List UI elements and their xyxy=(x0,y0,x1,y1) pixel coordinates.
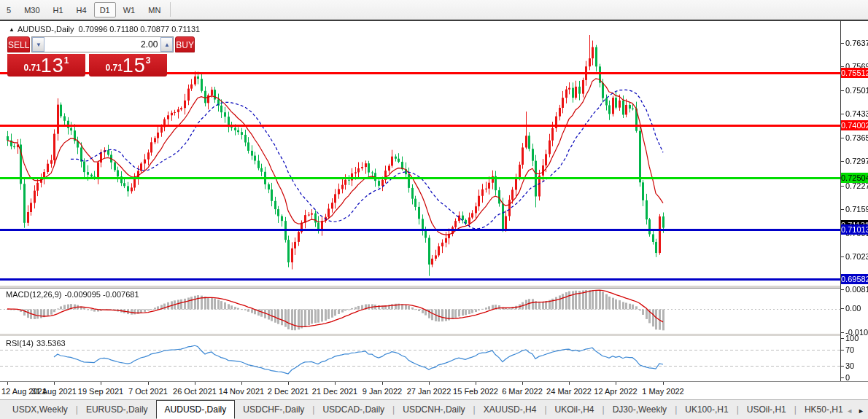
date-axis-label: 14 Nov 2021 xyxy=(219,387,264,396)
buy-price-prefix: 0.71 xyxy=(105,63,122,75)
tab-scroll-left-icon[interactable]: ◄ xyxy=(846,407,853,415)
timeframe-button-5[interactable]: 5 xyxy=(1,2,17,17)
chart-tab-usoil-h1[interactable]: USOil-,H1 xyxy=(739,402,794,419)
date-axis-tick xyxy=(148,382,149,385)
timeframe-button-m30[interactable]: M30 xyxy=(18,2,45,17)
chart-tab-usdchf-daily[interactable]: USDCHF-,Daily xyxy=(235,402,312,419)
buy-price-pips: 15 xyxy=(123,56,146,75)
chart-tab-audusd-daily[interactable]: AUDUSD-,Daily xyxy=(156,400,236,419)
chart-tab-uk100-h1[interactable]: UK100-,H1 xyxy=(677,402,736,419)
date-axis-tick xyxy=(54,382,55,385)
macd-axis-tick xyxy=(841,332,844,333)
chart-tab-usdx-weekly[interactable]: USDX,Weekly xyxy=(4,402,76,419)
volume-increase-button[interactable]: ▲ xyxy=(160,37,173,52)
price-axis-tick xyxy=(841,114,844,114)
price-axis-tick xyxy=(841,257,844,257)
date-axis-tick xyxy=(382,382,383,385)
price-axis-label: 0.75010 xyxy=(845,86,868,95)
date-axis-tick xyxy=(616,382,616,385)
level-price-badge: 0.72504 xyxy=(841,173,868,183)
date-axis-label: 31 Aug 2021 xyxy=(31,387,77,396)
price-axis-label: 0.73650 xyxy=(845,133,868,142)
price-axis-tick xyxy=(841,186,844,187)
date-axis-label: 19 Sep 2021 xyxy=(78,387,123,396)
macd-axis-tick xyxy=(841,308,844,309)
level-price-badge: 0.75512 xyxy=(841,68,868,78)
chart-tab-dj30-weekly[interactable]: DJ30-,Weekly xyxy=(605,402,675,419)
price-axis-tick xyxy=(841,90,844,91)
date-axis-label: 26 Oct 2021 xyxy=(173,387,217,396)
date-axis-tick xyxy=(288,382,289,385)
rsi-axis-tick xyxy=(841,350,844,351)
macd-label: MACD(12,26,9)-0.009095 -0.007681 xyxy=(6,290,142,299)
chart-window: ▲AUDUSD-,Daily0.70996 0.71180 0.70877 0.… xyxy=(0,20,868,399)
buy-button[interactable]: BUY xyxy=(175,36,195,52)
macd-axis-label: 0.00 xyxy=(845,304,861,313)
date-axis-tick xyxy=(101,382,101,385)
timeframe-button-mn[interactable]: MN xyxy=(142,2,166,17)
date-axis: 12 Aug 202131 Aug 202119 Sep 20217 Oct 2… xyxy=(0,381,868,401)
volume-decrease-button[interactable]: ▼ xyxy=(32,37,44,52)
macd-axis-tick xyxy=(841,289,844,290)
rsi-axis-tick xyxy=(841,366,844,367)
sell-price-pips: 13 xyxy=(41,56,64,75)
macd-axis-label: 0.00811 xyxy=(845,285,868,294)
chart-tab-usdcnh-daily[interactable]: USDCNH-,Daily xyxy=(395,402,473,419)
date-axis-label: 9 Jan 2022 xyxy=(363,387,402,396)
rsi-label: RSI(14)33.5363 xyxy=(6,339,69,348)
symbol-list-arrow-icon: ▲ xyxy=(9,26,15,33)
chart-tab-usdcad-daily[interactable]: USDCAD-,Daily xyxy=(314,402,392,419)
date-axis-label: 24 Mar 2022 xyxy=(546,387,592,396)
date-axis-label: 12 Apr 2022 xyxy=(594,387,637,396)
date-axis-label: 6 Mar 2022 xyxy=(502,387,543,396)
chart-symbol-label: AUDUSD-,Daily xyxy=(18,25,74,34)
chart-title: ▲AUDUSD-,Daily0.70996 0.71180 0.70877 0.… xyxy=(9,25,200,34)
rsi-axis-label: 100 xyxy=(845,334,859,342)
chart-ohlc-values: 0.70996 0.71180 0.70877 0.71131 xyxy=(79,25,201,34)
volume-stepper: ▼ ▲ xyxy=(31,36,174,52)
timeframe-button-d1[interactable]: D1 xyxy=(94,2,116,17)
date-axis-tick xyxy=(569,382,570,385)
date-axis-label: 2 Dec 2021 xyxy=(268,387,309,396)
price-axis-label: 0.76370 xyxy=(845,39,868,47)
price-axis-tick xyxy=(841,43,844,44)
date-axis-tick xyxy=(195,382,195,385)
price-axis-label: 0.71590 xyxy=(845,205,868,214)
sell-price-point: 1 xyxy=(64,55,69,75)
timeframe-button-h4[interactable]: H4 xyxy=(71,2,93,17)
timeframe-button-h1[interactable]: H1 xyxy=(47,2,69,17)
timeframe-toolbar: 5M30H1H4D1W1MN xyxy=(0,0,868,20)
date-axis-label: 27 Jan 2022 xyxy=(407,387,452,396)
toolbar-separator xyxy=(170,2,171,17)
rsi-indicator-canvas[interactable] xyxy=(0,336,840,382)
level-price-badge: 0.69582 xyxy=(841,274,868,284)
chart-tab-hk50-h1[interactable]: HK50-,H1 xyxy=(797,402,851,419)
sell-price-display[interactable]: 0.71 13 1 xyxy=(7,53,85,77)
chart-tab-eurusd-daily[interactable]: EURUSD-,Daily xyxy=(78,402,156,419)
date-axis-tick xyxy=(476,382,476,385)
date-axis-tick xyxy=(335,382,336,385)
date-axis-tick xyxy=(241,382,242,385)
date-axis-label: 1 May 2022 xyxy=(642,387,683,396)
price-axis-label: 0.74330 xyxy=(845,109,868,118)
date-axis-tick xyxy=(429,382,430,385)
price-axis-tick xyxy=(841,66,844,67)
chart-tab-xauusd-h4[interactable]: XAUUSD-,H4 xyxy=(476,402,545,419)
timeframe-button-w1[interactable]: W1 xyxy=(117,2,142,17)
tab-scroll-right-icon[interactable]: ► xyxy=(858,407,864,415)
chart-tab-ukoil-h4[interactable]: UKOil-,H4 xyxy=(547,402,602,419)
sell-button[interactable]: SELL xyxy=(7,36,30,52)
date-axis-tick xyxy=(522,382,523,385)
date-axis-label: 21 Dec 2021 xyxy=(312,387,357,396)
rsi-axis-tick xyxy=(841,338,844,339)
one-click-trading-widget: SELL ▼ ▲ BUY 0.71 13 1 0.71 15 3 xyxy=(7,36,167,77)
tab-scroll-arrows: ◄► xyxy=(846,407,864,415)
date-axis-label: 7 Oct 2021 xyxy=(128,387,168,396)
buy-price-display[interactable]: 0.71 15 3 xyxy=(89,53,167,77)
date-axis-tick xyxy=(663,382,664,385)
level-price-badge: 0.71013 xyxy=(841,224,868,235)
price-axis-label: 0.70230 xyxy=(845,252,868,261)
rsi-axis-tick xyxy=(841,377,844,378)
sell-price-prefix: 0.71 xyxy=(23,63,40,75)
volume-input[interactable] xyxy=(44,37,160,52)
